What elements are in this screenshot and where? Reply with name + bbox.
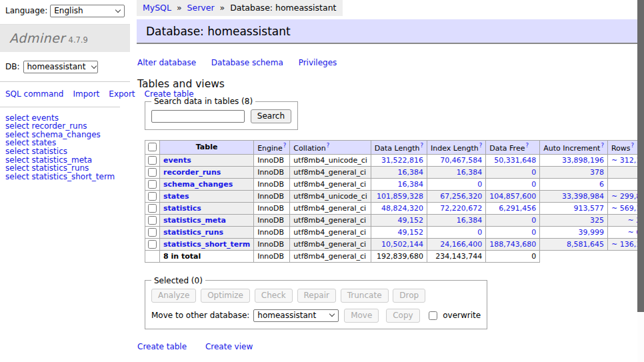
data-free-link[interactable]: 0: [531, 180, 536, 189]
data-free-link[interactable]: 6,291,456: [499, 204, 536, 213]
check-button[interactable]: Check: [255, 289, 293, 303]
table-link[interactable]: schema_changes: [163, 180, 233, 189]
auto-increment-link[interactable]: 913,577: [573, 204, 604, 213]
drop-button[interactable]: Drop: [393, 289, 425, 303]
data-free-link[interactable]: 0: [531, 216, 536, 225]
auto-increment-link[interactable]: 8,581,645: [567, 240, 604, 249]
table-link[interactable]: states: [163, 192, 189, 201]
data-length-link[interactable]: 101,859,328: [377, 192, 423, 201]
data-length-link[interactable]: 49,152: [398, 228, 424, 237]
sidebar-link-sql-command[interactable]: SQL command: [5, 89, 63, 99]
language-select[interactable]: English: [50, 5, 125, 17]
truncate-button[interactable]: Truncate: [341, 289, 389, 303]
help-link[interactable]: ?: [327, 142, 330, 149]
auto-increment-link[interactable]: 378: [590, 168, 604, 177]
row-checkbox[interactable]: [148, 216, 157, 225]
engine-cell: InnoDB: [254, 154, 290, 166]
optimize-button[interactable]: Optimize: [201, 289, 250, 303]
alter-database-link[interactable]: Alter database: [137, 58, 196, 67]
column-header-index-length: Index Length?: [427, 141, 486, 155]
index-length-link[interactable]: 0: [477, 180, 482, 189]
vertical-scrollbar[interactable]: [637, 0, 644, 362]
analyze-button[interactable]: Analyze: [151, 289, 196, 303]
breadcrumb-link-server[interactable]: Server: [187, 3, 215, 13]
index-length-link[interactable]: 72,220,672: [440, 204, 482, 213]
total-index-length-cell: 234,143,744: [427, 250, 486, 262]
table-row-statistics-short-term: statistics_short_term InnoDB utf8mb4_gen…: [145, 238, 644, 250]
data-free-link[interactable]: 188,743,680: [489, 240, 536, 249]
row-checkbox[interactable]: [148, 180, 157, 189]
row-checkbox[interactable]: [148, 204, 157, 213]
data-length-link[interactable]: 31,522,816: [381, 156, 423, 165]
select-all-checkbox[interactable]: [148, 143, 157, 151]
search-legend: Search data in tables (8): [151, 97, 255, 106]
help-link[interactable]: ?: [283, 142, 287, 149]
table-link[interactable]: events: [163, 156, 191, 165]
move-database-select[interactable]: homeassistant: [253, 309, 339, 322]
data-free-link[interactable]: 104,857,600: [489, 192, 536, 201]
data-length-link[interactable]: 10,502,144: [381, 240, 423, 249]
sidebar-link-import[interactable]: Import: [73, 89, 99, 99]
auto-increment-link[interactable]: 6: [599, 180, 604, 189]
index-length-link[interactable]: 0: [477, 228, 482, 237]
table-link[interactable]: recorder_runs: [163, 168, 221, 177]
help-link[interactable]: ?: [421, 142, 424, 149]
main-content: MySQL » Server » Database: homeassistant…: [130, 0, 644, 362]
data-free-link[interactable]: 50,331,648: [494, 156, 536, 165]
auto-increment-link[interactable]: 39,999: [578, 228, 604, 237]
select-link[interactable]: select: [5, 172, 29, 181]
index-length-link[interactable]: 16,384: [457, 216, 483, 225]
db-select[interactable]: homeassistant: [23, 61, 98, 73]
database-schema-link[interactable]: Database schema: [211, 58, 283, 67]
row-checkbox[interactable]: [148, 228, 157, 237]
breadcrumb-current: Database: homeassistant: [230, 3, 336, 13]
repair-button[interactable]: Repair: [297, 289, 336, 303]
chevron-down-icon: [115, 7, 121, 12]
search-button[interactable]: Search: [251, 109, 291, 123]
help-link[interactable]: ?: [631, 142, 635, 149]
help-link[interactable]: ?: [479, 142, 483, 149]
index-length-link[interactable]: 24,166,400: [440, 240, 482, 249]
data-length-link[interactable]: 48,824,320: [381, 204, 423, 213]
breadcrumb-link-mysql[interactable]: MySQL: [143, 3, 171, 13]
scrollbar-thumb[interactable]: [637, 0, 644, 312]
table-link[interactable]: statistics: [163, 204, 201, 213]
auto-increment-link[interactable]: 325: [590, 216, 604, 225]
table-link[interactable]: statistics_short_term: [163, 240, 250, 249]
create-table-link[interactable]: Create table: [137, 342, 187, 351]
tables-and-views-heading: Tables and views: [137, 78, 644, 90]
help-link[interactable]: ?: [601, 142, 604, 149]
table-row-recorder-runs: recorder_runs InnoDB utf8mb4_general_ci …: [145, 166, 644, 178]
data-free-link[interactable]: 0: [531, 168, 536, 177]
row-checkbox[interactable]: [148, 240, 157, 249]
table-link[interactable]: statistics_runs: [163, 228, 223, 237]
app-name[interactable]: Adminer: [9, 31, 65, 45]
help-link[interactable]: ?: [525, 142, 529, 149]
move-button[interactable]: Move: [344, 309, 379, 323]
overwrite-checkbox[interactable]: [429, 311, 437, 320]
sidebar-table-link-statistics-short-term[interactable]: statistics_short_term: [31, 172, 115, 181]
index-length-link[interactable]: 70,467,584: [440, 156, 482, 165]
data-length-link[interactable]: 49,152: [398, 216, 424, 225]
auto-increment-link[interactable]: 33,398,984: [562, 192, 604, 201]
row-checkbox[interactable]: [148, 168, 157, 177]
sidebar-tables-list: select events select recorder_runs selec…: [0, 114, 130, 181]
privileges-link[interactable]: Privileges: [299, 58, 337, 67]
total-label: 8 in total: [163, 252, 201, 261]
index-length-link[interactable]: 16,384: [457, 168, 483, 177]
copy-button[interactable]: Copy: [386, 309, 419, 323]
language-row: Language: English: [0, 0, 130, 21]
data-length-link[interactable]: 16,384: [398, 168, 424, 177]
create-view-link[interactable]: Create view: [205, 342, 253, 351]
data-free-link[interactable]: 0: [531, 228, 536, 237]
row-checkbox[interactable]: [148, 192, 157, 201]
table-link[interactable]: statistics_meta: [163, 216, 226, 225]
index-length-link[interactable]: 67,256,320: [440, 192, 482, 201]
auto-increment-link[interactable]: 33,898,196: [562, 156, 604, 165]
search-input[interactable]: [151, 110, 245, 123]
column-header-engine: Engine?: [254, 141, 290, 155]
column-header-auto-increment: Auto Increment?: [540, 141, 608, 155]
db-select-value: homeassistant: [27, 62, 86, 71]
data-length-link[interactable]: 16,384: [398, 180, 424, 189]
row-checkbox[interactable]: [148, 156, 157, 165]
